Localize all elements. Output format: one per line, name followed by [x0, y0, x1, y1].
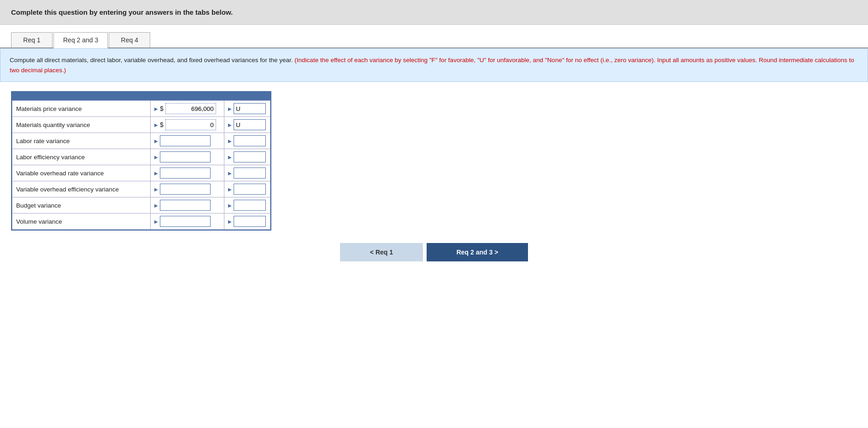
variance-amount-input[interactable] — [165, 119, 216, 130]
variance-amount-cell[interactable]: ▶ — [151, 197, 224, 214]
next-button[interactable]: Req 2 and 3 > — [427, 243, 528, 261]
variance-effect-input[interactable] — [234, 151, 266, 162]
variance-amount-cell[interactable]: ▶ — [151, 181, 224, 197]
tab-req1[interactable]: Req 1 — [11, 32, 53, 47]
prev-button[interactable]: < Req 1 — [340, 243, 423, 261]
variance-effect-cell[interactable]: ▶ — [224, 181, 270, 197]
table-row: Variable overhead efficiency variance▶▶ — [12, 181, 270, 197]
variance-effect-input[interactable] — [234, 168, 266, 179]
variance-effect-input[interactable] — [234, 216, 266, 227]
variance-amount-cell[interactable]: ▶ — [151, 133, 224, 149]
variance-effect-cell[interactable]: ▶ — [224, 117, 270, 133]
variance-effect-input[interactable] — [234, 184, 266, 195]
cell-arrow-icon: ▶ — [228, 139, 232, 144]
cell-arrow-icon: ▶ — [228, 122, 232, 127]
variance-amount-cell[interactable]: ▶ — [151, 165, 224, 181]
variance-amount-input[interactable] — [160, 200, 211, 211]
variance-amount-input[interactable] — [165, 103, 216, 114]
variance-amount-cell[interactable]: ▶ — [151, 149, 224, 165]
tab-req2and3[interactable]: Req 2 and 3 — [53, 32, 108, 48]
variance-effect-input[interactable] — [234, 135, 266, 146]
variance-label: Volume variance — [12, 214, 151, 230]
variance-label: Variable overhead efficiency variance — [12, 181, 151, 197]
top-banner: Complete this question by entering your … — [0, 0, 868, 25]
table-row: Materials quantity variance▶$▶ — [12, 117, 270, 133]
banner-text: Complete this question by entering your … — [11, 8, 233, 16]
bottom-nav: < Req 1 Req 2 and 3 > — [11, 243, 857, 275]
cell-arrow-icon: ▶ — [154, 187, 158, 192]
cell-arrow-icon: ▶ — [154, 219, 158, 224]
dollar-sign: $ — [160, 105, 164, 112]
variance-effect-input[interactable] — [234, 119, 266, 130]
dollar-sign: $ — [160, 121, 164, 128]
variance-amount-input[interactable] — [160, 151, 211, 162]
variance-amount-input[interactable] — [160, 135, 211, 146]
cell-arrow-icon: ▶ — [154, 122, 158, 127]
variance-effect-input[interactable] — [234, 200, 266, 211]
table-header-row — [12, 92, 270, 100]
main-content: Materials price variance▶$▶Materials qua… — [0, 82, 868, 284]
variance-effect-input[interactable] — [234, 103, 266, 114]
instruction-black-text: Compute all direct materials, direct lab… — [10, 57, 293, 64]
variance-amount-cell[interactable]: ▶ — [151, 214, 224, 230]
variance-amount-cell[interactable]: ▶$ — [151, 117, 224, 133]
variance-effect-cell[interactable]: ▶ — [224, 197, 270, 214]
variance-label: Materials price variance — [12, 101, 151, 117]
cell-arrow-icon: ▶ — [154, 155, 158, 160]
cell-arrow-icon: ▶ — [228, 203, 232, 208]
variance-effect-cell[interactable]: ▶ — [224, 165, 270, 181]
variance-effect-cell[interactable]: ▶ — [224, 101, 270, 117]
instruction-box: Compute all direct materials, direct lab… — [0, 48, 868, 82]
variance-effect-cell[interactable]: ▶ — [224, 133, 270, 149]
tab-req4[interactable]: Req 4 — [109, 32, 150, 47]
variance-table: Materials price variance▶$▶Materials qua… — [12, 100, 270, 230]
cell-arrow-icon: ▶ — [228, 155, 232, 160]
variance-label: Budget variance — [12, 197, 151, 214]
cell-arrow-icon: ▶ — [154, 139, 158, 144]
variance-amount-input[interactable] — [160, 216, 211, 227]
tabs-area: Req 1 Req 2 and 3 Req 4 — [0, 25, 868, 48]
variance-amount-input[interactable] — [160, 168, 211, 179]
cell-arrow-icon: ▶ — [228, 219, 232, 224]
cell-arrow-icon: ▶ — [154, 203, 158, 208]
table-row: Budget variance▶▶ — [12, 197, 270, 214]
variance-amount-input[interactable] — [160, 184, 211, 195]
table-row: Materials price variance▶$▶ — [12, 101, 270, 117]
cell-arrow-icon: ▶ — [228, 187, 232, 192]
variance-label: Labor rate variance — [12, 133, 151, 149]
table-row: Variable overhead rate variance▶▶ — [12, 165, 270, 181]
variance-table-wrapper: Materials price variance▶$▶Materials qua… — [11, 91, 271, 231]
variance-label: Variable overhead rate variance — [12, 165, 151, 181]
table-row: Volume variance▶▶ — [12, 214, 270, 230]
variance-label: Materials quantity variance — [12, 117, 151, 133]
variance-effect-cell[interactable]: ▶ — [224, 149, 270, 165]
cell-arrow-icon: ▶ — [228, 106, 232, 111]
table-row: Labor rate variance▶▶ — [12, 133, 270, 149]
table-row: Labor efficiency variance▶▶ — [12, 149, 270, 165]
variance-label: Labor efficiency variance — [12, 149, 151, 165]
cell-arrow-icon: ▶ — [154, 171, 158, 176]
variance-effect-cell[interactable]: ▶ — [224, 214, 270, 230]
cell-arrow-icon: ▶ — [154, 106, 158, 111]
variance-amount-cell[interactable]: ▶$ — [151, 101, 224, 117]
cell-arrow-icon: ▶ — [228, 171, 232, 176]
